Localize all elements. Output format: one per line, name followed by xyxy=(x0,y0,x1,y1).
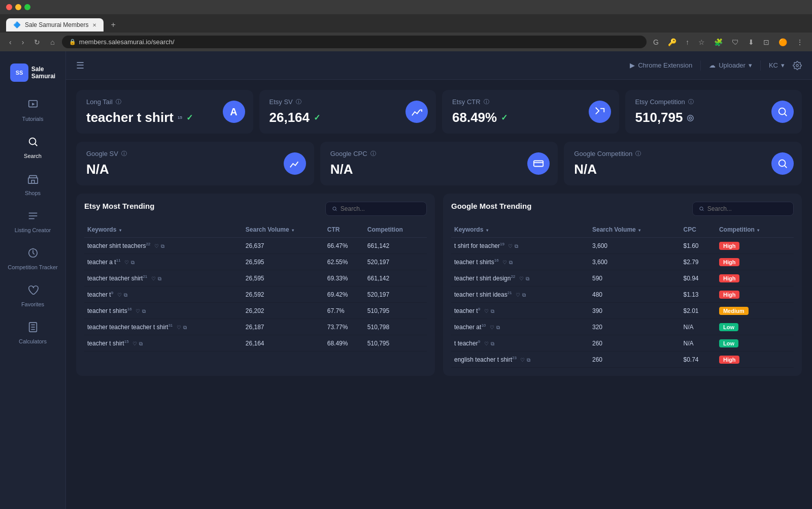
cpc-cell: $0.94 xyxy=(681,270,716,287)
copy-icon[interactable]: ⧉ xyxy=(515,243,518,249)
long-tail-info-icon[interactable]: ⓘ xyxy=(116,98,121,106)
sidebar-item-calculators[interactable]: Calculators xyxy=(0,314,65,352)
keyword-actions[interactable]: ♡ ⧉ xyxy=(151,276,161,282)
google-btn[interactable]: G xyxy=(651,37,661,47)
copy-icon[interactable]: ⧉ xyxy=(527,357,530,363)
heart-icon[interactable]: ♡ xyxy=(484,308,489,314)
keyword-actions[interactable]: ♡ ⧉ xyxy=(132,341,143,347)
google-cpc-icon xyxy=(527,152,550,175)
copy-icon[interactable]: ⧉ xyxy=(522,292,526,298)
heart-icon[interactable]: ♡ xyxy=(516,292,520,298)
copy-icon[interactable]: ⧉ xyxy=(526,276,529,282)
keyword-actions[interactable]: ♡ ⧉ xyxy=(154,243,164,249)
copy-icon[interactable]: ⧉ xyxy=(491,308,494,314)
layout-btn[interactable]: ⊡ xyxy=(761,37,772,47)
sidebar-item-tutorials[interactable]: Tutorials xyxy=(0,92,65,129)
copy-icon[interactable]: ⧉ xyxy=(183,325,187,331)
google-competition-info-icon[interactable]: ⓘ xyxy=(635,150,641,157)
etsy-trending-search[interactable] xyxy=(325,202,427,216)
google-sv-info-icon[interactable]: ⓘ xyxy=(121,150,127,157)
keyword-actions[interactable]: ♡ ⧉ xyxy=(117,292,127,298)
tab-close-btn[interactable]: ✕ xyxy=(92,22,96,28)
heart-icon[interactable]: ♡ xyxy=(117,292,122,298)
hamburger-menu[interactable]: ☰ xyxy=(76,60,84,71)
etsy-search-input[interactable] xyxy=(341,205,420,212)
sidebar-item-search-label: Search xyxy=(24,153,42,159)
keyword-actions[interactable]: ♡ ⧉ xyxy=(520,357,530,363)
heart-icon[interactable]: ♡ xyxy=(136,308,140,314)
copy-icon[interactable]: ⧉ xyxy=(142,308,146,314)
sidebar-item-competition-tracker[interactable]: Competition Tracker xyxy=(0,240,65,277)
keyword-actions[interactable]: ♡ ⧉ xyxy=(484,341,494,347)
chrome-extension-btn[interactable]: ▶ Chrome Extension xyxy=(630,61,692,69)
forward-btn[interactable]: › xyxy=(19,37,27,47)
heart-icon[interactable]: ♡ xyxy=(484,341,489,347)
keyword-actions[interactable]: ♡ ⧉ xyxy=(519,276,529,282)
heart-icon[interactable]: ♡ xyxy=(154,243,159,249)
settings-btn[interactable] xyxy=(793,61,802,70)
keyword-actions[interactable]: ♡ ⧉ xyxy=(502,260,513,266)
copy-icon[interactable]: ⧉ xyxy=(509,260,513,266)
heart-icon[interactable]: ♡ xyxy=(502,260,507,266)
dot-close[interactable] xyxy=(6,4,12,10)
home-btn[interactable]: ⌂ xyxy=(47,37,57,47)
share-btn[interactable]: ↑ xyxy=(683,37,692,47)
uploader-btn[interactable]: ☁ Uploader ▾ xyxy=(709,61,752,69)
keyword-actions[interactable]: ♡ ⧉ xyxy=(508,243,518,249)
back-btn[interactable]: ‹ xyxy=(6,37,15,47)
etsy-ctr-info-icon[interactable]: ⓘ xyxy=(484,98,489,106)
sidebar-item-listing-creator[interactable]: Listing Creator xyxy=(0,203,65,240)
sidebar-item-favorites[interactable]: Favorites xyxy=(0,277,65,314)
heart-icon[interactable]: ♡ xyxy=(519,276,524,282)
sv-sort-icon[interactable]: ▾ xyxy=(292,228,294,233)
google-sv-value: N/A xyxy=(86,162,109,177)
etsy-competition-info-icon[interactable]: ⓘ xyxy=(688,98,694,106)
google-search-input[interactable] xyxy=(707,205,787,212)
keywords-sort-icon[interactable]: ▾ xyxy=(119,228,121,233)
copy-icon[interactable]: ⧉ xyxy=(161,243,164,249)
heart-icon[interactable]: ♡ xyxy=(490,325,494,331)
heart-icon[interactable]: ♡ xyxy=(124,260,129,266)
sidebar-item-search[interactable]: Search xyxy=(0,129,65,166)
sidebar-item-shops[interactable]: Shops xyxy=(0,166,65,203)
browser-tab-active[interactable]: 🔷 Sale Samurai Members ✕ xyxy=(6,18,104,31)
keyword-actions[interactable]: ♡ ⧉ xyxy=(484,308,494,314)
heart-icon[interactable]: ♡ xyxy=(132,341,137,347)
copy-icon[interactable]: ⧉ xyxy=(124,292,127,298)
copy-icon[interactable]: ⧉ xyxy=(491,341,494,347)
heart-icon[interactable]: ♡ xyxy=(151,276,156,282)
keyword-actions[interactable]: ♡ ⧉ xyxy=(177,325,187,331)
keyword-actions[interactable]: ♡ ⧉ xyxy=(490,325,500,331)
bookmark-btn[interactable]: ☆ xyxy=(696,37,707,47)
search-icon xyxy=(27,136,39,150)
profile-btn[interactable]: 🟠 xyxy=(776,37,790,47)
heart-icon[interactable]: ♡ xyxy=(520,357,525,363)
heart-icon[interactable]: ♡ xyxy=(177,325,181,331)
google-cpc-info-icon[interactable]: ⓘ xyxy=(370,150,376,157)
new-tab-btn[interactable]: + xyxy=(106,17,120,33)
refresh-btn[interactable]: ↻ xyxy=(31,37,43,47)
etsy-sv-info-icon[interactable]: ⓘ xyxy=(296,98,301,106)
address-bar[interactable]: 🔒 members.salesamurai.io/search/ xyxy=(62,36,647,48)
google-competition-sort-icon[interactable]: ▾ xyxy=(757,228,759,233)
google-sv-sort-icon[interactable]: ▾ xyxy=(638,228,640,233)
copy-icon[interactable]: ⧉ xyxy=(496,325,500,331)
shield-btn[interactable]: 🛡 xyxy=(729,37,741,47)
puzzle-btn[interactable]: 🧩 xyxy=(712,37,725,47)
heart-icon[interactable]: ♡ xyxy=(508,243,513,249)
google-trending-search[interactable] xyxy=(692,202,794,216)
download-btn[interactable]: ⬇ xyxy=(746,37,757,47)
keyword-actions[interactable]: ♡ ⧉ xyxy=(516,292,526,298)
google-keywords-sort-icon[interactable]: ▾ xyxy=(486,228,488,233)
dot-maximize[interactable] xyxy=(24,4,30,10)
key-btn[interactable]: 🔑 xyxy=(665,37,679,47)
keyword-actions[interactable]: ♡ ⧉ xyxy=(136,308,146,314)
copy-icon[interactable]: ⧉ xyxy=(139,341,143,347)
menu-btn[interactable]: ⋮ xyxy=(794,37,806,47)
copy-icon[interactable]: ⧉ xyxy=(131,260,134,266)
copy-icon[interactable]: ⧉ xyxy=(158,276,161,282)
svg-point-16 xyxy=(796,64,799,67)
keyword-actions[interactable]: ♡ ⧉ xyxy=(124,260,134,266)
user-btn[interactable]: KC ▾ xyxy=(769,61,785,69)
dot-minimize[interactable] xyxy=(15,4,21,10)
